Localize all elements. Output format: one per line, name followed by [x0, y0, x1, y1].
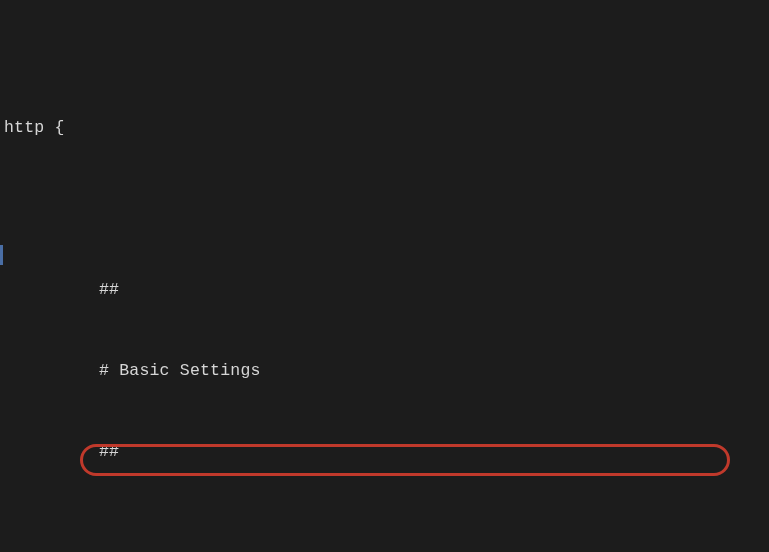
code-text: http { [4, 118, 65, 137]
code-text: # Basic Settings [99, 361, 261, 380]
code-line: # Basic Settings [4, 357, 769, 384]
code-line [4, 195, 769, 222]
code-line [4, 519, 769, 546]
code-editor: http { ## # Basic Settings ## sendfile o… [0, 0, 769, 552]
code-line: ## [4, 276, 769, 303]
code-text: ## [99, 442, 119, 461]
code-line: http { [4, 114, 769, 141]
gutter-marker [0, 245, 3, 265]
code-text: ## [99, 280, 119, 299]
code-line: ## [4, 438, 769, 465]
